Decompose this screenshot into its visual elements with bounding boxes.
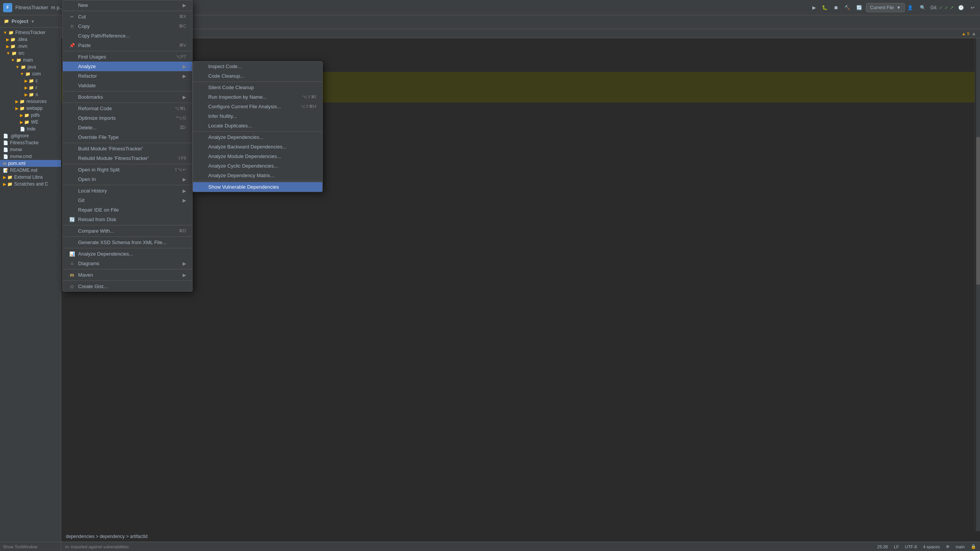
tree-label: pom.xml [8,161,25,166]
tree-item-mvn[interactable]: ▶ 📁 .mvn [0,43,61,50]
tree-item-scratches[interactable]: ▶ 📁 Scratches and C [0,181,61,187]
menu-item-analyze[interactable]: Analyze ▶ [63,62,192,71]
reload-button[interactable]: 🔄 [854,3,864,12]
folder-icon: ▶ 📁 [15,99,25,104]
tree-item-mvnwcmd[interactable]: 📄 mvnw.cmd [0,153,61,160]
menu-item-open-right-split[interactable]: Open in Right Split ⇧⌥↩ [63,165,192,174]
tree-item-inde[interactable]: 📄 inde [0,126,61,132]
tree-item-c[interactable]: ▶ 📁 c [0,77,61,84]
current-file-dropdown[interactable]: Current File ▼ [866,3,905,12]
menu-item-cut[interactable]: ✂ Cut ⌘X [63,12,192,21]
stop-button[interactable]: ⏹ [831,3,841,12]
tree-item-we[interactable]: ▶ 📁 WE [0,119,61,126]
submenu-item-configure-analysis[interactable]: Configure Current File Analysis... ⌥⇧⌘H [193,102,322,111]
tree-item-fitnesstracker[interactable]: ▼ 📁 FitnessTracker [0,29,61,36]
menu-item-git[interactable]: Git ▶ [63,196,192,205]
menu-item-bookmarks[interactable]: Bookmarks ▶ [63,92,192,102]
undo-button[interactable]: ↩ [969,3,977,12]
menu-item-reload-disk[interactable]: 🔄 Reload from Disk [63,215,192,224]
history-button[interactable]: 🕐 [956,3,966,12]
menu-item-copy[interactable]: ⎘ Copy ⌘C [63,21,192,31]
menu-item-label: Run Inspection by Name... [208,94,267,100]
tree-item-pomxml[interactable]: m pom.xml [0,160,61,167]
submenu-item-locate-duplicates[interactable]: Locate Duplicates... [193,121,322,130]
indent-info: 4 spaces [923,544,940,549]
tree-item-mvnw[interactable]: 📄 mvnw [0,146,61,153]
sidebar-bottom: Show ToolWindow [0,542,61,551]
menu-item-analyze-dependencies[interactable]: 📊 Analyze Dependencies... [63,249,192,259]
submenu-item-run-inspection[interactable]: Run Inspection by Name... ⌥⇧⌘I [193,92,322,102]
tree-item-resources[interactable]: ▶ 📁 resources [0,98,61,105]
submenu-item-inspect-code[interactable]: Inspect Code... [193,62,322,71]
top-bar-right: 👤 🔍 Git: ✓ ✓ ↗ 🕐 ↩ [905,3,977,12]
tree-item-externallibra[interactable]: ▶ 📁 External Libra [0,174,61,181]
tree-item-readme[interactable]: 📝 README.md [0,167,61,174]
context-menu: New ▶ ✂ Cut ⌘X ⎘ Copy ⌘C Copy Path/Refer… [62,0,193,292]
menu-item-delete[interactable]: Delete... ⌦ [63,123,192,132]
submenu-item-analyze-module[interactable]: Analyze Module Dependencies... [193,152,322,161]
tree-item-src[interactable]: ▼ 📁 src [0,50,61,57]
folder-icon: ▶ 📁 [24,78,34,83]
menu-item-compare-with[interactable]: Compare With... ⌘D [63,226,192,236]
tree-item-fitnesstrackefile[interactable]: 📄 FitnessTracke [0,139,61,146]
scrollbar-track[interactable] [976,38,980,531]
tree-item-com[interactable]: ▼ 📁 com [0,70,61,77]
submenu-item-infer-nullity[interactable]: Infer Nullity... [193,111,322,121]
user-icon[interactable]: 👤 [905,3,915,12]
tree-item-pdfs[interactable]: ▶ 📁 pdfs [0,112,61,119]
separator-1 [63,11,192,11]
scrollbar-thumb[interactable] [976,137,980,285]
menu-item-maven[interactable]: m Maven ▶ [63,270,192,280]
menu-item-left: Analyze Backward Dependencies... [199,144,287,150]
menu-item-optimize-imports[interactable]: Optimize Imports ^⌥O [63,113,192,123]
breadcrumb: dependencies > dependency > artifactId [66,534,148,539]
tree-item-s[interactable]: ▶ 📁 s [0,91,61,98]
menu-item-find-usages[interactable]: Find Usages ⌥F7 [63,52,192,62]
menu-item-open-in[interactable]: Open In ▶ [63,174,192,184]
menu-item-refactor[interactable]: Refactor ▶ [63,71,192,81]
tree-item-gitignore[interactable]: 📄 .gitignore [0,132,61,139]
menu-item-diagrams[interactable]: ≡ Diagrams ▶ [63,259,192,268]
run-button[interactable]: ▶ [810,3,818,12]
menu-item-left: Analyze Module Dependencies... [199,153,281,159]
menu-item-copy-path[interactable]: Copy Path/Reference... [63,31,192,41]
submenu-item-analyze-matrix[interactable]: Analyze Dependency Matrix... [193,171,322,180]
menu-item-label: Build Module 'FitnessTracker' [78,146,143,152]
menu-item-validate[interactable]: Validate [63,81,192,90]
tree-item-webapp[interactable]: ▶ 📁 webapp [0,105,61,112]
tree-label: .gitignore [10,133,29,139]
menu-item-repair-ide[interactable]: Repair IDE on File [63,205,192,215]
menu-item-rebuild-module[interactable]: Rebuild Module 'FitnessTracker' ⇧F9 [63,153,192,163]
menu-item-new[interactable]: New ▶ [63,0,192,10]
menu-item-label: Paste [78,42,91,48]
tree-item-idea[interactable]: ▶ 📁 .idea [0,36,61,43]
menu-item-override-file-type[interactable]: Override File Type [63,132,192,142]
tree-item-r[interactable]: ▶ 📁 r [0,84,61,91]
find-button[interactable]: 🔍 [918,3,928,12]
menu-item-left: Configure Current File Analysis... [199,104,281,109]
xml-icon: m [3,161,7,166]
menu-item-build-module[interactable]: Build Module 'FitnessTracker' [63,144,192,153]
submenu-item-analyze-cyclic[interactable]: Analyze Cyclic Dependencies... [193,161,322,171]
menu-item-local-history[interactable]: Local History ▶ [63,186,192,196]
submenu-item-analyze-backward[interactable]: Analyze Backward Dependencies... [193,142,322,152]
submenu-item-code-cleanup[interactable]: Code Cleanup... [193,71,322,81]
warning-expand[interactable]: ▲ [972,31,976,36]
build-button[interactable]: 🔨 [842,3,853,12]
submenu-item-silent-cleanup[interactable]: Silent Code Cleanup [193,83,322,92]
menu-item-left: 🔄 Reload from Disk [69,217,116,222]
menu-item-reformat[interactable]: Reformat Code ⌥⌘L [63,104,192,113]
tree-item-java[interactable]: ▼ 📁 java [0,64,61,70]
submenu-item-show-vulnerable[interactable]: Show Vulnerable Dependencies [193,182,322,192]
git-label: Git: [930,5,938,10]
submenu-item-analyze-deps[interactable]: Analyze Dependencies... [193,132,322,142]
menu-shortcut: ⌘C [179,24,186,29]
menu-item-create-gist[interactable]: ⊙ Create Gist... [63,282,192,291]
separator-8 [63,225,192,225]
menu-item-paste[interactable]: 📌 Paste ⌘V [63,41,192,50]
tree-item-main[interactable]: ▼ 📁 main [0,57,61,64]
menu-shortcut: ⌘D [179,228,186,233]
project-dropdown-arrow[interactable]: ▼ [31,19,35,24]
debug-button[interactable]: 🐛 [820,3,830,12]
menu-item-generate-xsd[interactable]: Generate XSD Schema from XML File... [63,238,192,247]
